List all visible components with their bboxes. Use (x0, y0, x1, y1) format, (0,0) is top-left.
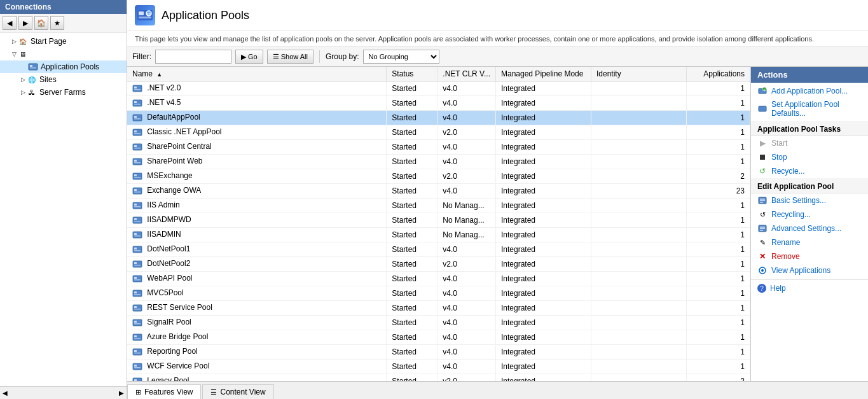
nav-star-button[interactable]: ★ (50, 16, 64, 30)
sidebar: Connections ◀ ▶ 🏠 ★ ▷ 🏠 Start Page ▽ 🖥 (0, 0, 127, 399)
pool-name: IISADMPWD (147, 215, 191, 224)
advanced-settings-link[interactable]: Advanced Settings... (771, 224, 841, 233)
basic-settings-link[interactable]: Basic Settings... (771, 196, 826, 205)
col-header-status[interactable]: Status (387, 67, 437, 81)
cell-apps: 1 (687, 286, 750, 301)
table-row[interactable]: SignalR Pool Started v4.0 Integrated 1 (127, 316, 750, 330)
sidebar-item-start-page[interactable]: ▷ 🏠 Start Page (0, 35, 127, 48)
cell-clr: v4.0 (437, 330, 496, 345)
help-icon: ? (757, 284, 766, 293)
table-row[interactable]: DefaultAppPool Started v4.0 Integrated 1 (127, 111, 750, 125)
nav-back-button[interactable]: ◀ (3, 16, 17, 30)
sidebar-item-sites[interactable]: ▷ 🌐 Sites (0, 73, 127, 86)
table-row[interactable]: Azure Bridge Pool Started v4.0 Integrate… (127, 330, 750, 345)
recycling-link[interactable]: Recycling... (771, 210, 811, 219)
cell-identity (591, 330, 687, 345)
cell-status: Started (387, 81, 437, 96)
expand-arrow-server: ▽ (10, 50, 18, 58)
table-row[interactable]: IIS Admin Started No Manag... Integrated… (127, 199, 750, 213)
table-row[interactable]: Classic .NET AppPool Started v2.0 Integr… (127, 125, 750, 140)
cell-name: SharePoint Web (127, 155, 387, 169)
tab-features-view[interactable]: ⊞ Features View (127, 384, 201, 399)
tab-content-view[interactable]: ☰ Content View (202, 384, 273, 399)
action-rename[interactable]: ✎ Rename (751, 235, 868, 249)
svg-rect-60 (134, 335, 137, 337)
go-label: Go (248, 53, 258, 60)
remove-link[interactable]: Remove (771, 252, 800, 261)
cell-name: WebAPI Pool (127, 272, 387, 286)
table-row[interactable]: MSExchange Started v2.0 Integrated 2 (127, 169, 750, 184)
col-header-pipeline[interactable]: Managed Pipeline Mode (496, 67, 591, 81)
help-link[interactable]: Help (770, 284, 786, 293)
show-all-button[interactable]: ☰ Show All (267, 50, 313, 64)
pool-name: IIS Admin (147, 200, 179, 209)
action-help[interactable]: ? Help (751, 282, 868, 295)
table-row[interactable]: Exchange OWA Started v4.0 Integrated 23 (127, 184, 750, 199)
table-row[interactable]: DotNetPool1 Started v4.0 Integrated 1 (127, 242, 750, 257)
recycle-link[interactable]: Recycle... (771, 167, 805, 176)
table-row[interactable]: REST Service Pool Started v4.0 Integrate… (127, 301, 750, 316)
table-row[interactable]: MVC5Pool Started v4.0 Integrated 1 (127, 286, 750, 301)
content-view-label: Content View (220, 388, 265, 396)
col-header-apps[interactable]: Applications (687, 67, 750, 81)
table-row[interactable]: SharePoint Web Started v4.0 Integrated 1 (127, 155, 750, 169)
table-row[interactable]: WebAPI Pool Started v4.0 Integrated 1 (127, 272, 750, 286)
filter-input[interactable] (155, 50, 231, 64)
col-header-identity[interactable]: Identity (591, 67, 687, 81)
table-row[interactable]: DotNetPool2 Started v2.0 Integrated 1 (127, 257, 750, 272)
sidebar-item-server-farms[interactable]: ▷ 🖧 Server Farms (0, 86, 127, 99)
cell-identity (591, 345, 687, 360)
col-header-name[interactable]: Name ▲ (127, 67, 387, 81)
go-button[interactable]: ▶ Go (235, 50, 263, 64)
sidebar-item-application-pools[interactable]: Application Pools (0, 60, 127, 73)
cell-apps: 1 (687, 96, 750, 111)
expand-arrow-sites: ▷ (19, 76, 27, 83)
table-row[interactable]: IISADMPWD Started No Manag... Integrated… (127, 213, 750, 228)
action-set-defaults[interactable]: Set Application Pool Defaults... (751, 98, 868, 120)
table-row[interactable]: .NET v4.5 Started v4.0 Integrated 1 (127, 96, 750, 111)
table-row[interactable]: WCF Service Pool Started v4.0 Integrated… (127, 360, 750, 374)
scroll-right-button[interactable]: ▶ (119, 389, 124, 396)
col-apps-label: Applications (703, 69, 745, 78)
nav-home-button[interactable]: 🏠 (34, 16, 48, 30)
action-recycle[interactable]: ↺ Recycle... (751, 164, 868, 178)
cell-status: Started (387, 345, 437, 360)
view-applications-link[interactable]: View Applications (771, 266, 830, 275)
table-row[interactable]: .NET v2.0 Started v4.0 Integrated 1 (127, 81, 750, 96)
action-advanced-settings[interactable]: Advanced Settings... (751, 221, 868, 235)
action-recycling[interactable]: ↺ Recycling... (751, 207, 868, 221)
action-stop[interactable]: Stop (751, 150, 868, 164)
action-view-applications[interactable]: View Applications (751, 263, 868, 277)
sidebar-item-server[interactable]: ▽ 🖥 (0, 48, 127, 60)
action-remove[interactable]: ✕ Remove (751, 249, 868, 263)
content-view-icon: ☰ (210, 388, 217, 396)
cell-clr: v4.0 (437, 272, 496, 286)
table-row[interactable]: SharePoint Central Started v4.0 Integrat… (127, 140, 750, 155)
rename-icon: ✎ (757, 237, 768, 248)
pool-name: WCF Service Pool (147, 361, 209, 370)
pool-name: Reporting Pool (147, 347, 197, 356)
cell-pipeline: Integrated (496, 286, 591, 301)
stop-link[interactable]: Stop (771, 153, 787, 162)
action-add-apppool[interactable]: + Add Application Pool... (751, 84, 868, 98)
expand-arrow-start: ▷ (10, 38, 18, 45)
apppool-row-icon (132, 259, 147, 268)
basic-settings-icon (757, 195, 768, 206)
cell-pipeline: Integrated (496, 316, 591, 330)
rename-link[interactable]: Rename (771, 238, 800, 247)
cell-pipeline: Integrated (496, 301, 591, 316)
table-row[interactable]: Legacy Pool Started v2.0 Integrated 2 (127, 374, 750, 382)
cell-clr: v4.0 (437, 81, 496, 96)
table-row[interactable]: IISADMIN Started No Manag... Integrated … (127, 228, 750, 242)
svg-rect-15 (134, 116, 137, 118)
add-apppool-link[interactable]: Add Application Pool... (771, 87, 848, 95)
set-defaults-link[interactable]: Set Application Pool Defaults... (771, 100, 862, 118)
cell-identity (591, 199, 687, 213)
action-basic-settings[interactable]: Basic Settings... (751, 193, 868, 207)
group-by-select[interactable]: No Grouping Status .NET CLR Version Mana… (363, 50, 439, 64)
nav-forward-button[interactable]: ▶ (18, 16, 32, 30)
col-header-clr[interactable]: .NET CLR V... (437, 67, 496, 81)
scroll-left-button[interactable]: ◀ (3, 389, 8, 396)
table-row[interactable]: Reporting Pool Started v4.0 Integrated 1 (127, 345, 750, 360)
apppool-row-icon (132, 200, 147, 209)
